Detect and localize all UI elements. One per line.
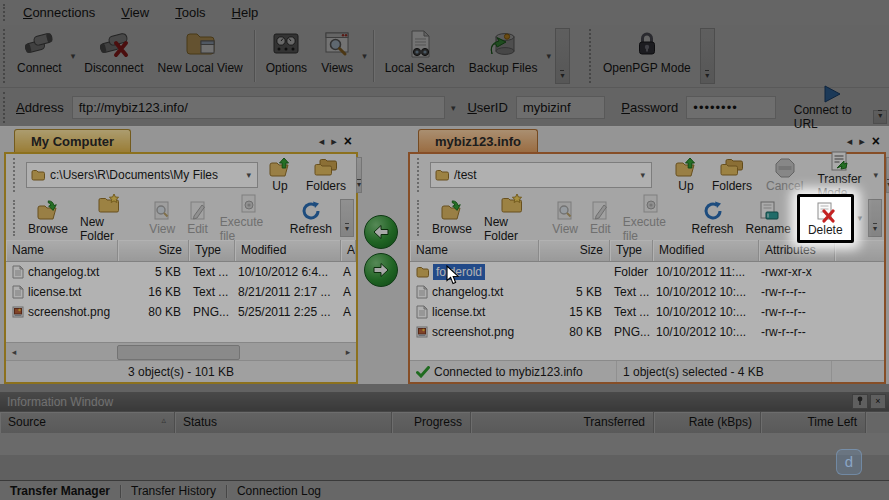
- new-local-view-button[interactable]: New Local View: [151, 25, 250, 87]
- column-rate[interactable]: Rate (kBps): [654, 412, 761, 433]
- file-row[interactable]: license.txt 16 KB Text ... 8/21/2011 2:1…: [6, 282, 356, 302]
- toolbar-overflow-button[interactable]: ▾: [356, 157, 362, 193]
- column-transferred[interactable]: Transferred: [471, 412, 654, 433]
- address-bar: Address ftp://mybiz123.info/ ▾ UserID my…: [0, 87, 889, 127]
- remote-rename-button[interactable]: Rename: [742, 200, 795, 236]
- toolbar-overflow-button[interactable]: ▾: [700, 28, 715, 84]
- local-browse-button[interactable]: Browse: [24, 200, 72, 236]
- menu-tools[interactable]: Tools: [162, 2, 218, 23]
- remote-up-button[interactable]: Up: [670, 157, 702, 193]
- toolbar-separator: [373, 30, 374, 82]
- column-type[interactable]: Type: [189, 240, 235, 261]
- file-row[interactable]: screenshot.png 80 KB PNG... 10/10/2012 1…: [410, 322, 884, 342]
- column-source[interactable]: Source ▵: [0, 412, 175, 433]
- connect-dropdown-icon[interactable]: ▾: [71, 51, 76, 61]
- local-path-combo[interactable]: c:\Users\R\Documents\My Files ▾: [26, 162, 258, 188]
- remote-path-combo[interactable]: /test ▾: [430, 162, 652, 188]
- pane-close-icon[interactable]: ×: [872, 136, 880, 147]
- password-label: Password: [621, 100, 678, 115]
- local-path-row: c:\Users\R\Documents\My Files ▾ Up Folde…: [6, 154, 356, 196]
- scrollbar-thumb[interactable]: [117, 345, 240, 360]
- tab-scroll-left-icon[interactable]: ◂: [847, 135, 853, 148]
- file-row[interactable]: screenshot.png 80 KB PNG... 5/25/2011 2:…: [6, 302, 356, 322]
- options-button[interactable]: Options: [259, 25, 314, 87]
- folders-icon: [719, 157, 745, 179]
- combo-dropdown-icon[interactable]: ▾: [640, 170, 645, 180]
- column-time-left[interactable]: Time Left: [761, 412, 866, 433]
- local-horizontal-scrollbar[interactable]: ◂ ▸: [6, 342, 356, 360]
- menu-help[interactable]: Help: [219, 2, 272, 23]
- remote-browse-button[interactable]: Browse: [428, 200, 476, 236]
- scroll-left-icon[interactable]: ◂: [6, 347, 22, 357]
- userid-input[interactable]: mybizinf: [516, 96, 605, 119]
- backup-files-button[interactable]: Backup Files: [462, 25, 545, 87]
- toolbar-overflow-button[interactable]: ▾: [555, 28, 570, 84]
- local-folders-button[interactable]: Folders: [302, 157, 350, 193]
- password-input[interactable]: ••••••••: [686, 96, 775, 119]
- toolbar-overflow-button[interactable]: ▾: [873, 110, 887, 124]
- views-dropdown-icon[interactable]: ▾: [362, 51, 367, 61]
- file-row[interactable]: changelog.txt 5 KB Text ... 10/10/2012 6…: [6, 262, 356, 282]
- pane-close-icon[interactable]: ×: [344, 136, 352, 147]
- close-icon[interactable]: ×: [870, 394, 886, 409]
- local-refresh-button[interactable]: Refresh: [286, 200, 336, 236]
- address-dropdown-icon[interactable]: ▾: [451, 103, 456, 113]
- toolbar-overflow-button[interactable]: ▾: [340, 199, 354, 237]
- local-object-count: 3 object(s) - 101 KB: [128, 365, 234, 379]
- backup-files-icon: [487, 28, 519, 60]
- scroll-right-icon[interactable]: ▸: [340, 347, 356, 357]
- transfer-mode-dropdown-icon[interactable]: ▾: [874, 170, 879, 180]
- column-progress[interactable]: Progress: [392, 412, 471, 433]
- local-search-button[interactable]: Local Search: [378, 25, 462, 87]
- column-modified[interactable]: Modified: [653, 240, 759, 261]
- column-status[interactable]: Status: [175, 412, 392, 433]
- file-row-selected[interactable]: folderold Folder 10/10/2012 11:... -rwxr…: [410, 262, 884, 282]
- local-new-folder-button[interactable]: New Folder: [76, 193, 141, 243]
- arrow-left-icon: [372, 223, 390, 241]
- views-button[interactable]: Views: [314, 25, 360, 87]
- column-size[interactable]: Size: [118, 240, 189, 261]
- folder-up-icon: [268, 157, 292, 179]
- tab-my-computer[interactable]: My Computer: [14, 129, 131, 152]
- remote-delete-button[interactable]: Delete: [797, 194, 854, 243]
- remote-transfer-mode-button[interactable]: Transfer Mode: [813, 150, 865, 200]
- column-attributes[interactable]: Attributes: [759, 240, 835, 261]
- tab-transfer-history[interactable]: Transfer History: [121, 482, 226, 500]
- browse-icon: [36, 200, 60, 222]
- disconnect-button[interactable]: Disconnect: [77, 25, 150, 87]
- tab-connection-log[interactable]: Connection Log: [227, 482, 331, 500]
- column-size[interactable]: Size: [539, 240, 610, 261]
- combo-dropdown-icon[interactable]: ▾: [246, 170, 251, 180]
- menu-view[interactable]: View: [108, 2, 162, 23]
- remote-folders-button[interactable]: Folders: [708, 157, 756, 193]
- toolbar-grip: [3, 4, 7, 21]
- toolbar-overflow-button[interactable]: ▾: [868, 199, 882, 237]
- local-up-button[interactable]: Up: [264, 157, 296, 193]
- file-row[interactable]: changelog.txt 5 KB Text ... 10/10/2012 1…: [410, 282, 884, 302]
- column-attributes[interactable]: Att: [341, 240, 356, 261]
- menu-connections[interactable]: Connections: [10, 2, 108, 23]
- menu-bar: Connections View Tools Help: [0, 0, 889, 25]
- connect-button[interactable]: Connect: [10, 25, 69, 87]
- backup-files-dropdown-icon[interactable]: ▾: [546, 51, 551, 61]
- tab-scroll-right-icon[interactable]: ▸: [859, 135, 865, 148]
- remote-status-bar: Connected to mybiz123.info 1 object(s) s…: [410, 360, 884, 382]
- transfer-to-remote-button[interactable]: [364, 253, 398, 287]
- tab-transfer-manager[interactable]: Transfer Manager: [0, 482, 120, 500]
- remote-new-folder-button[interactable]: New Folder: [480, 193, 544, 243]
- transfer-to-local-button[interactable]: [364, 215, 398, 249]
- file-row[interactable]: license.txt 15 KB Text ... 10/10/2012 10…: [410, 302, 884, 322]
- column-type[interactable]: Type: [610, 240, 653, 261]
- tab-scroll-right-icon[interactable]: ▸: [331, 135, 337, 148]
- column-modified[interactable]: Modified: [235, 240, 341, 261]
- remote-refresh-button[interactable]: Refresh: [687, 200, 737, 236]
- delete-dropdown-icon[interactable]: ▾: [858, 213, 863, 223]
- column-name[interactable]: Name: [410, 240, 539, 261]
- address-input[interactable]: ftp://mybiz123.info/: [72, 96, 445, 119]
- pin-icon[interactable]: [852, 394, 868, 409]
- tab-remote-site[interactable]: mybiz123.info: [418, 129, 538, 152]
- column-name[interactable]: Name: [6, 240, 118, 261]
- connect-to-url-button[interactable]: Connect to URL: [794, 85, 870, 131]
- tab-scroll-left-icon[interactable]: ◂: [319, 135, 325, 148]
- openpgp-mode-button[interactable]: OpenPGP Mode: [596, 25, 698, 87]
